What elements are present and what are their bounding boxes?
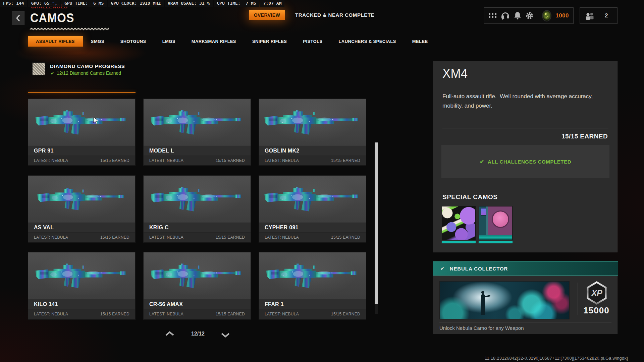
page-down-button[interactable]	[221, 333, 230, 339]
tab-assault-rifles[interactable]: ASSAULT RIFLES	[28, 36, 83, 47]
weapon-card-model-l[interactable]: MODEL LLATEST: NEBULA15/15 EARNED	[143, 99, 251, 166]
tab-sniper-rifles[interactable]: SNIPER RIFLES	[244, 36, 295, 47]
divider	[439, 322, 611, 322]
earned-count-label: 15/15 EARNED	[216, 235, 245, 240]
camo-art-detail	[481, 208, 486, 216]
nebula-camo-rifle-render	[149, 106, 246, 138]
all-challenges-completed-box: ✔ ALL CHALLENGES COMPLETED	[441, 145, 609, 178]
special-camos-heading: SPECIAL CAMOS	[442, 193, 498, 201]
weapon-image	[28, 176, 135, 222]
camo-art-detail	[479, 235, 513, 240]
page-up-button[interactable]	[165, 331, 174, 338]
headset-icon[interactable]	[501, 12, 510, 20]
tab-lmgs[interactable]: LMGS	[154, 36, 183, 47]
special-camo-machine[interactable]	[479, 206, 513, 243]
hud-social-box[interactable]: 2	[580, 7, 618, 24]
grid-scrollbar-thumb[interactable]	[375, 142, 378, 304]
nebula-camo-rifle-render	[264, 259, 361, 291]
bell-icon[interactable]	[514, 12, 521, 20]
perf-chip: VRAM USAGE: 31 %	[165, 0, 213, 7]
build-version: 11.18.23126842[32-0.3290]10587+11:[7300]…	[485, 356, 628, 361]
weapon-name: FFAR 1	[259, 299, 366, 309]
earned-count-label: 15/15 EARNED	[331, 312, 360, 316]
special-camo-abstract[interactable]	[442, 206, 476, 243]
weapon-card-footer: LATEST: NEBULA15/15 EARNED	[259, 309, 366, 319]
weapon-card-kilo-141[interactable]: KILO 141LATEST: NEBULA15/15 EARNED	[28, 252, 136, 320]
section-accent-rule	[28, 92, 136, 93]
coin-icon	[542, 10, 551, 21]
weapon-card-footer: LATEST: NEBULA15/15 EARNED	[28, 156, 135, 166]
diamond-progress-title: DIAMOND CAMO PROGRESS	[50, 63, 125, 69]
nebula-camo-rifle-render	[262, 182, 363, 215]
weapon-image	[144, 252, 251, 299]
tab-launchers-specials[interactable]: LAUNCHERS & SPECIALS	[331, 36, 404, 47]
weapon-image	[144, 99, 251, 145]
hud-divider	[538, 11, 538, 20]
earned-count-label: 15/15 EARNED	[331, 235, 360, 240]
camo-equipped-bar	[479, 241, 513, 243]
latest-camo-label: LATEST: NEBULA	[34, 158, 68, 163]
weapon-card-as-val[interactable]: AS VALLATEST: NEBULA15/15 EARNED	[28, 175, 136, 243]
weapon-card-ffar-1[interactable]: FFAR 1LATEST: NEBULA15/15 EARNED	[259, 252, 366, 320]
grid-scrollbar-track[interactable]	[375, 142, 378, 314]
weapon-name: KILO 141	[28, 299, 135, 309]
weapon-card-footer: LATEST: NEBULA15/15 EARNED	[259, 232, 366, 243]
earned-count-label: 15/15 EARNED	[100, 312, 129, 316]
grid-menu-icon[interactable]	[489, 13, 497, 18]
weapon-card-goblin-mk2[interactable]: GOBLIN MK2LATEST: NEBULA15/15 EARNED	[259, 99, 366, 166]
weapon-detail-panel: XM4 Full-auto assault rifle. Well rounde…	[433, 61, 618, 252]
chevron-up-icon	[165, 331, 174, 336]
perf-chip: CPU TIME: 7 MS	[214, 0, 259, 7]
tab-melee[interactable]: MELEE	[404, 36, 436, 47]
currency-balance: 1000	[555, 12, 569, 19]
latest-camo-label: LATEST: NEBULA	[149, 235, 183, 240]
gear-icon[interactable]	[525, 11, 534, 20]
diamond-progress-text: 12/12 Diamond Camos Earned	[57, 70, 121, 76]
nebula-camo-rifle-render	[34, 259, 130, 291]
collector-banner: ✔ NEBULA COLLECTOR	[433, 261, 618, 276]
completed-label: ALL CHALLENGES COMPLETED	[488, 159, 571, 165]
weapon-card-cypher-091[interactable]: CYPHER 091LATEST: NEBULA15/15 EARNED	[259, 175, 366, 243]
tab-pistols[interactable]: PISTOLS	[295, 36, 330, 47]
xp-badge-icon: XP	[586, 281, 608, 306]
diamond-camo-thumbnail	[32, 62, 45, 75]
xp-label: XP	[591, 288, 602, 298]
hud-divider	[600, 11, 600, 20]
weapon-image	[259, 99, 366, 145]
tab-marksman-rifles[interactable]: MARKSMAN RIFLES	[183, 36, 244, 47]
title-underline-scribble	[30, 27, 109, 31]
weapon-card-cr-56-amax[interactable]: CR-56 AMAXLATEST: NEBULA15/15 EARNED	[143, 252, 251, 320]
check-icon: ✔	[480, 158, 484, 165]
hud-utility-box: 1000	[484, 7, 574, 24]
perf-chip: 7:07 AM	[260, 0, 285, 7]
latest-camo-label: LATEST: NEBULA	[149, 158, 183, 163]
tab-smgs[interactable]: SMGS	[83, 36, 112, 47]
special-camo-row	[442, 206, 513, 243]
weapon-card-gpr-91[interactable]: GPR 91LATEST: NEBULA15/15 EARNED	[28, 99, 136, 166]
nebula-camo-rifle-render	[149, 182, 246, 215]
weapon-name: MODEL L	[144, 145, 251, 156]
divider	[578, 283, 578, 315]
earned-count-label: 15/15 EARNED	[331, 158, 360, 163]
xp-reward-value: 15000	[580, 305, 613, 316]
diamond-progress-status: ✔ 12/12 Diamond Camos Earned	[51, 70, 121, 76]
perf-chip: GPU: 65 °,	[28, 0, 60, 7]
weapon-name: GOBLIN MK2	[259, 145, 366, 156]
weapon-image	[144, 176, 251, 222]
weapon-card-footer: LATEST: NEBULA15/15 EARNED	[28, 309, 135, 319]
chevron-down-icon	[221, 333, 230, 338]
latest-camo-label: LATEST: NEBULA	[265, 158, 299, 163]
nebula-collector-panel: ✔ NEBULA COLLECTOR XP 15000 Unlock Nebul…	[433, 261, 618, 334]
weapon-name: AS VAL	[28, 222, 135, 232]
camo-art-detail	[492, 210, 509, 228]
chevron-left-icon	[16, 14, 20, 22]
overview-button[interactable]: OVERVIEW	[249, 10, 285, 20]
weapon-card-krig-c[interactable]: KRIG CLATEST: NEBULA15/15 EARNED	[143, 175, 251, 243]
perf-chip: FPS: 144	[0, 0, 27, 7]
perf-chip: GPU CLOCK: 1919 MHZ	[108, 0, 164, 7]
weapon-card-footer: LATEST: NEBULA15/15 EARNED	[28, 232, 135, 243]
divider	[442, 128, 608, 128]
back-button[interactable]	[12, 11, 24, 25]
weapon-card-footer: LATEST: NEBULA15/15 EARNED	[144, 232, 251, 243]
tab-shotguns[interactable]: SHOTGUNS	[112, 36, 154, 47]
